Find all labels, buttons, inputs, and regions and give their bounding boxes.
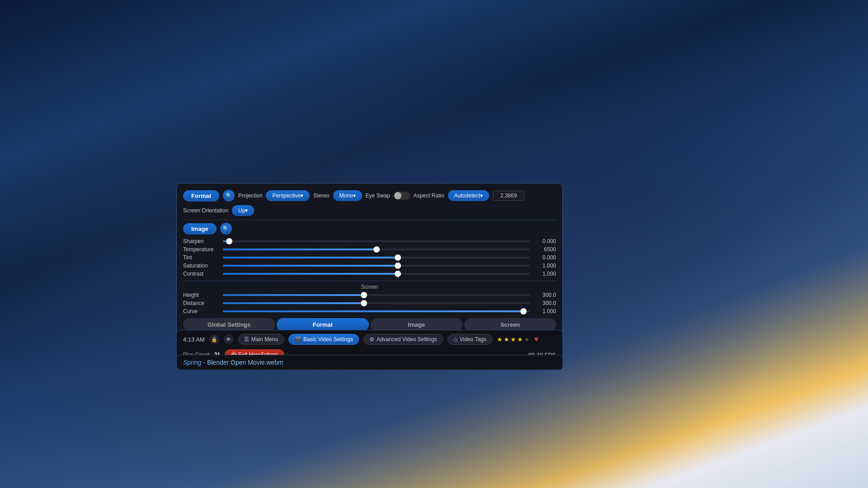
- slider-label-2: Tint: [183, 254, 219, 261]
- projection-label: Projection: [238, 192, 262, 199]
- slider-fill-4: [223, 273, 398, 275]
- tab-screen[interactable]: Screen: [464, 318, 556, 331]
- advanced-video-button[interactable]: ⚙ Advanced Video Settings: [363, 334, 443, 345]
- screen-track-1[interactable]: [223, 302, 530, 304]
- tag-icon: ◇: [453, 336, 458, 343]
- format-row: Format 🔍 Projection Perspective▾ Stereo …: [183, 190, 556, 216]
- main-panel: Format 🔍 Projection Perspective▾ Stereo …: [176, 183, 563, 338]
- filename-bar: Spring - Blender Open Movie.webm: [176, 355, 563, 370]
- format-search-icon[interactable]: 🔍: [223, 190, 235, 202]
- star-3[interactable]: ★: [510, 336, 516, 343]
- screen-value-2: 1.000: [533, 308, 556, 314]
- image-search-icon[interactable]: 🔍: [220, 223, 232, 235]
- toggle-thumb: [394, 192, 401, 199]
- filename-spring-label: Spring: [183, 359, 201, 366]
- slider-label-1: Temperature: [183, 246, 219, 253]
- image-sliders: Sharpen 0.000 Temperature 6500 Tint 0.00…: [183, 238, 556, 277]
- basic-video-label: Basic Video Settings: [303, 336, 353, 343]
- menu-icon: ☰: [244, 336, 249, 343]
- main-menu-label: Main Menu: [251, 336, 278, 343]
- star-2[interactable]: ★: [504, 336, 509, 343]
- screen-value-1: 300.0: [533, 300, 556, 306]
- star-1[interactable]: ★: [497, 336, 503, 343]
- slider-track-1[interactable]: [223, 249, 530, 250]
- screen-thumb-0: [361, 292, 367, 298]
- divider-1: [183, 220, 556, 220]
- screen-fill-1: [223, 302, 364, 304]
- video-tags-button[interactable]: ◇ Video Tags: [448, 334, 492, 345]
- image-header-row: Image 🔍: [183, 223, 556, 235]
- screen-track-0[interactable]: [223, 294, 530, 296]
- image-slider-row-4: Contrast 1.000: [183, 271, 556, 277]
- aspect-ratio-dropdown[interactable]: Autodetect▾: [448, 190, 489, 201]
- advanced-video-label: Advanced Video Settings: [377, 336, 437, 343]
- main-menu-button[interactable]: ☰ Main Menu: [238, 334, 284, 345]
- screen-fill-0: [223, 294, 364, 296]
- screen-slider-row-0: Height 300.0: [183, 292, 556, 298]
- stereo-label: Stereo: [313, 192, 329, 199]
- aspect-ratio-value: 2.3869: [493, 191, 524, 201]
- slider-label-4: Contrast: [183, 271, 219, 277]
- image-slider-row-3: Saturation 1.000: [183, 263, 556, 269]
- screen-orientation-dropdown[interactable]: Up▾: [232, 205, 254, 216]
- tab-format[interactable]: Format: [277, 318, 368, 331]
- slider-fill-2: [223, 257, 398, 258]
- slider-value-4: 1.000: [533, 271, 556, 277]
- slider-value-3: 1.000: [533, 263, 556, 269]
- slider-track-3[interactable]: [223, 265, 530, 267]
- video-icon: 🎬: [294, 336, 301, 343]
- eye-swap-label: Eye Swap: [366, 192, 390, 199]
- slider-thumb-2: [395, 254, 401, 261]
- screen-label-2: Curve: [183, 308, 219, 314]
- format-button[interactable]: Format: [183, 190, 219, 202]
- screen-section-label: Screen: [183, 284, 556, 290]
- tab-global-settings[interactable]: Global Settings: [183, 318, 275, 331]
- eye-swap-toggle[interactable]: [394, 192, 410, 200]
- image-slider-row-1: Temperature 6500: [183, 246, 556, 253]
- screen-fill-2: [223, 310, 524, 312]
- screen-slider-row-2: Curve 1.000: [183, 308, 556, 314]
- toggle-track[interactable]: [394, 192, 410, 200]
- star-4[interactable]: ★: [517, 336, 523, 343]
- image-slider-row-2: Tint 0.000: [183, 254, 556, 261]
- slider-label-0: Sharpen: [183, 238, 219, 244]
- slider-thumb-4: [395, 271, 401, 277]
- screen-thumb-2: [520, 308, 527, 314]
- screen-value-0: 300.0: [533, 292, 556, 298]
- screen-label-1: Distance: [183, 300, 219, 306]
- gear-icon: ⚙: [369, 336, 374, 343]
- heart-icon[interactable]: ♥: [534, 335, 539, 343]
- slider-track-0[interactable]: [223, 240, 530, 242]
- screen-label-0: Height: [183, 292, 219, 298]
- aspect-ratio-label: Aspect Ratio: [414, 192, 444, 199]
- slider-thumb-1: [373, 246, 380, 253]
- lock-icon[interactable]: 🔒: [209, 334, 219, 344]
- star-rating[interactable]: ★★★★★: [497, 336, 530, 343]
- screen-sliders: Height 300.0 Distance 300.0 Curve 1.000: [183, 292, 556, 314]
- screen-thumb-1: [361, 300, 367, 306]
- screen-orientation-label: Screen Orientation: [183, 207, 228, 214]
- slider-thumb-0: [226, 238, 232, 244]
- image-slider-row-0: Sharpen 0.000: [183, 238, 556, 244]
- stereo-dropdown[interactable]: Mono▾: [333, 190, 362, 201]
- image-button[interactable]: Image: [183, 223, 217, 235]
- filename-text: - Blender Open Movie.webm: [203, 359, 283, 366]
- slider-thumb-3: [395, 263, 401, 269]
- tab-image[interactable]: Image: [371, 318, 462, 331]
- slider-track-4[interactable]: [223, 273, 530, 275]
- bottom-tabs: Global SettingsFormatImageScreen: [183, 318, 556, 331]
- slider-value-2: 0.000: [533, 254, 556, 261]
- projection-dropdown[interactable]: Perspective▾: [266, 190, 310, 201]
- slider-track-2[interactable]: [223, 257, 530, 258]
- screen-track-2[interactable]: [223, 310, 530, 312]
- time-label: 4:13 AM: [183, 336, 205, 343]
- slider-value-0: 0.000: [533, 238, 556, 244]
- screen-slider-row-1: Distance 300.0: [183, 300, 556, 306]
- slider-label-3: Saturation: [183, 263, 219, 269]
- slider-fill-1: [223, 249, 377, 250]
- slider-value-1: 6500: [533, 246, 556, 253]
- basic-video-button[interactable]: 🎬 Basic Video Settings: [288, 334, 359, 345]
- eye-icon[interactable]: 👁: [224, 334, 234, 344]
- slider-fill-3: [223, 265, 398, 267]
- star-5[interactable]: ★: [524, 336, 530, 343]
